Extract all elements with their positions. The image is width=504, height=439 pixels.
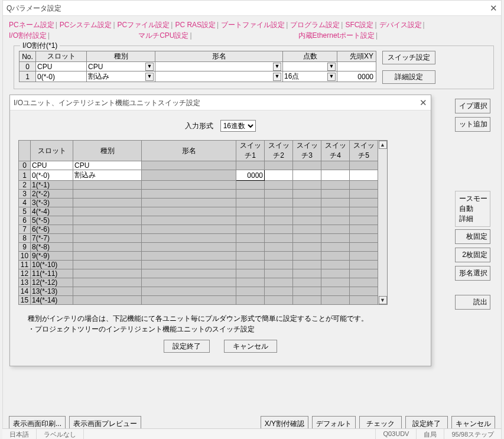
sw1-cell[interactable] [236,234,265,243]
modal-end-button[interactable]: 設定終了 [164,340,210,353]
sw3-cell[interactable] [293,296,321,305]
sw5-cell[interactable] [350,181,378,190]
sw1-cell[interactable] [236,269,265,278]
sw1-cell[interactable] [236,199,265,207]
sw5-cell[interactable] [350,252,378,261]
peek-model-select-button[interactable]: 形名選択 [455,266,490,281]
io-grid[interactable]: No. スロット 種別 形名 点数 先頭XY 0 CPU CPU▼ ▼ ▼ 1 [19,51,376,82]
sw1-cell[interactable] [236,207,265,216]
sw3-cell[interactable] [293,234,321,243]
sw3-cell[interactable] [293,269,321,278]
sw4-cell[interactable] [321,287,350,296]
sw3-cell[interactable] [293,225,321,234]
sw3-cell[interactable] [293,190,321,199]
peek-type-select-button[interactable]: イプ選択 [455,99,490,113]
sw1-cell[interactable] [236,225,265,234]
sw2-cell[interactable] [265,287,293,296]
sw4-cell[interactable] [321,261,350,269]
chevron-down-icon[interactable]: ▼ [273,63,281,71]
scroll-down-icon[interactable]: ▼ [379,296,387,304]
sw1-cell[interactable] [236,161,265,170]
sw2-cell[interactable] [265,296,293,305]
sw1-cell[interactable] [236,190,265,199]
close-icon[interactable]: ✕ [420,95,427,110]
sw5-cell[interactable] [350,243,378,252]
sw3-cell[interactable] [293,207,321,216]
table-row[interactable]: 0CPUCPU [19,161,378,170]
sw2-cell[interactable] [265,181,293,190]
peek-read-button[interactable]: 読出 [455,295,490,310]
switch-grid[interactable]: スロット 種別 形名 スイッチ1 スイッチ2 スイッチ3 スイッチ4 スイッチ5… [18,140,378,305]
table-row[interactable]: 21(*-1) [19,181,378,190]
tab-pc-system[interactable]: PCシステム設定| [60,19,115,30]
scroll-up-icon[interactable]: ▲ [379,141,387,149]
sw4-cell[interactable] [321,170,350,181]
sw2-cell[interactable] [265,161,293,170]
sw4-cell[interactable] [321,252,350,261]
chevron-down-icon[interactable]: ▼ [145,63,154,71]
table-row[interactable]: 54(*-4) [19,207,378,216]
sw4-cell[interactable] [321,296,350,305]
sw2-cell[interactable] [265,234,293,243]
peek-mode-auto[interactable]: 自動 [459,204,486,214]
peek-fixed-button[interactable]: 枚固定 [455,229,490,244]
sw5-cell[interactable] [350,261,378,269]
sw1-cell[interactable] [236,216,265,225]
sw1-cell[interactable] [236,287,265,296]
table-row[interactable]: 1211(*-11) [19,269,378,278]
sw4-cell[interactable] [321,269,350,278]
table-row[interactable]: 87(*-7) [19,234,378,243]
sw5-cell[interactable] [350,199,378,207]
sw3-cell[interactable] [293,278,321,287]
sw3-cell[interactable] [293,199,321,207]
table-row[interactable]: 65(*-5) [19,216,378,225]
sw3-cell[interactable] [293,243,321,252]
table-row[interactable]: 0 CPU CPU▼ ▼ ▼ [19,62,376,71]
sw2-cell[interactable] [265,278,293,287]
sw5-cell[interactable] [350,170,378,181]
sw4-cell[interactable] [321,161,350,170]
peek-unit-add-button[interactable]: ット追加 [455,117,490,132]
chevron-down-icon[interactable]: ▼ [145,73,154,81]
tab-multi-cpu[interactable]: マルチCPU設定| [138,30,191,41]
modal-cancel-button[interactable]: キャンセル [224,340,277,353]
sw4-cell[interactable] [321,278,350,287]
tab-boot-file[interactable]: ブートファイル設定| [221,19,288,30]
table-row[interactable]: 98(*-8) [19,243,378,252]
sw4-cell[interactable] [321,207,350,216]
peek-mode-detail[interactable]: 詳細 [459,214,486,224]
sw4-cell[interactable] [321,190,350,199]
sw5-cell[interactable] [350,278,378,287]
table-row[interactable]: 109(*-9) [19,252,378,261]
close-icon[interactable]: ✕ [490,1,498,16]
table-row[interactable]: 43(*-3) [19,199,378,207]
sw5-cell[interactable] [350,234,378,243]
sw5-cell[interactable] [350,269,378,278]
sw4-cell[interactable] [321,199,350,207]
sw5-cell[interactable] [350,296,378,305]
sw5-cell[interactable] [350,287,378,296]
sw1-cell[interactable]: 0000 [236,170,265,181]
sw4-cell[interactable] [321,181,350,190]
sw5-cell[interactable] [350,190,378,199]
sw2-cell[interactable] [265,269,293,278]
sw3-cell[interactable] [293,216,321,225]
sw3-cell[interactable] [293,252,321,261]
table-row[interactable]: 76(*-6) [19,225,378,234]
table-row[interactable]: 32(*-2) [19,190,378,199]
sw2-cell[interactable] [265,170,293,181]
sw3-cell[interactable] [293,170,321,181]
table-row[interactable]: 10(*-0)割込み0000 [19,170,378,181]
input-format-select[interactable]: 16進数 [220,120,256,132]
sw5-cell[interactable] [350,216,378,225]
tab-pc-file[interactable]: PCファイル設定| [118,19,173,30]
sw2-cell[interactable] [265,207,293,216]
switch-settings-button[interactable]: スイッチ設定 [382,51,435,64]
tab-io-assign[interactable]: I/O割付設定| [9,30,50,41]
sw1-cell[interactable] [236,243,265,252]
chevron-down-icon[interactable]: ▼ [327,63,336,71]
sw3-cell[interactable] [293,287,321,296]
table-row[interactable]: 1514(*-14) [19,296,378,305]
sw2-cell[interactable] [265,199,293,207]
sw1-cell[interactable] [236,261,265,269]
